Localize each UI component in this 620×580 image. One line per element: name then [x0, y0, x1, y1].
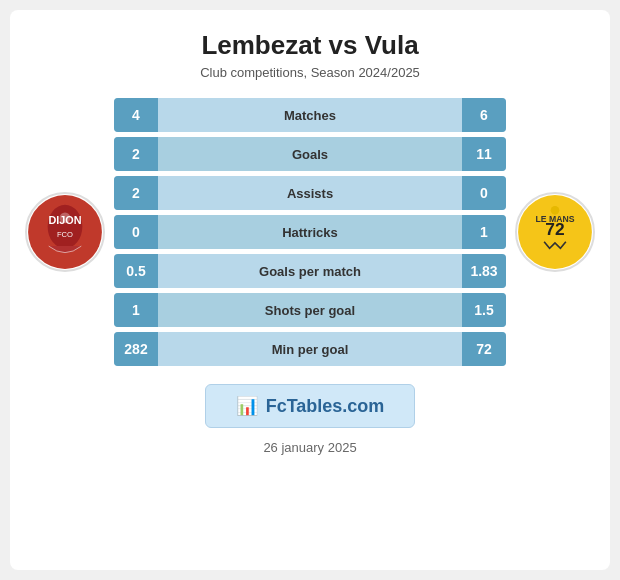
lemans-crest-icon: LE MANS 72 [517, 194, 593, 270]
fctables-icon: 📊 [236, 395, 258, 417]
stat-value-left: 2 [114, 137, 158, 171]
stat-value-right: 0 [462, 176, 506, 210]
stat-row: 282Min per goal72 [114, 332, 506, 366]
svg-point-8 [551, 206, 560, 215]
svg-point-4 [60, 212, 71, 223]
svg-text:FCO: FCO [57, 230, 73, 239]
stat-value-right: 1.5 [462, 293, 506, 327]
stat-label: Min per goal [158, 332, 462, 366]
stat-value-right: 11 [462, 137, 506, 171]
stat-value-left: 282 [114, 332, 158, 366]
stat-label: Shots per goal [158, 293, 462, 327]
main-card: Lembezat vs Vula Club competitions, Seas… [10, 10, 610, 570]
stat-value-right: 1 [462, 215, 506, 249]
fctables-banner[interactable]: 📊 FcTables.com [205, 384, 416, 428]
stat-row: 0Hattricks1 [114, 215, 506, 249]
stat-row: 1Shots per goal1.5 [114, 293, 506, 327]
stat-row: 2Assists0 [114, 176, 506, 210]
fctables-text: FcTables.com [266, 396, 385, 417]
stat-label: Goals [158, 137, 462, 171]
stat-value-right: 1.83 [462, 254, 506, 288]
page-subtitle: Club competitions, Season 2024/2025 [200, 65, 420, 80]
stats-section: 4Matches62Goals112Assists00Hattricks10.5… [110, 98, 510, 366]
stat-value-left: 4 [114, 98, 158, 132]
date-label: 26 january 2025 [263, 440, 356, 455]
stat-value-left: 0 [114, 215, 158, 249]
team-right-logo: LE MANS 72 [510, 192, 600, 272]
stat-label: Matches [158, 98, 462, 132]
svg-point-1 [48, 205, 83, 248]
stat-value-right: 6 [462, 98, 506, 132]
stat-value-left: 0.5 [114, 254, 158, 288]
stat-value-left: 2 [114, 176, 158, 210]
comparison-section: DIJON FCO 4Matches62Goals112Assists00Hat… [20, 98, 600, 366]
svg-text:72: 72 [545, 219, 564, 239]
stat-value-left: 1 [114, 293, 158, 327]
page-title: Lembezat vs Vula [201, 30, 418, 61]
stat-value-right: 72 [462, 332, 506, 366]
stat-row: 0.5Goals per match1.83 [114, 254, 506, 288]
stat-row: 4Matches6 [114, 98, 506, 132]
stat-row: 2Goals11 [114, 137, 506, 171]
stat-label: Goals per match [158, 254, 462, 288]
dfco-crest-icon: DIJON FCO [27, 194, 103, 270]
stat-label: Hattricks [158, 215, 462, 249]
team-left-logo: DIJON FCO [20, 192, 110, 272]
stat-label: Assists [158, 176, 462, 210]
